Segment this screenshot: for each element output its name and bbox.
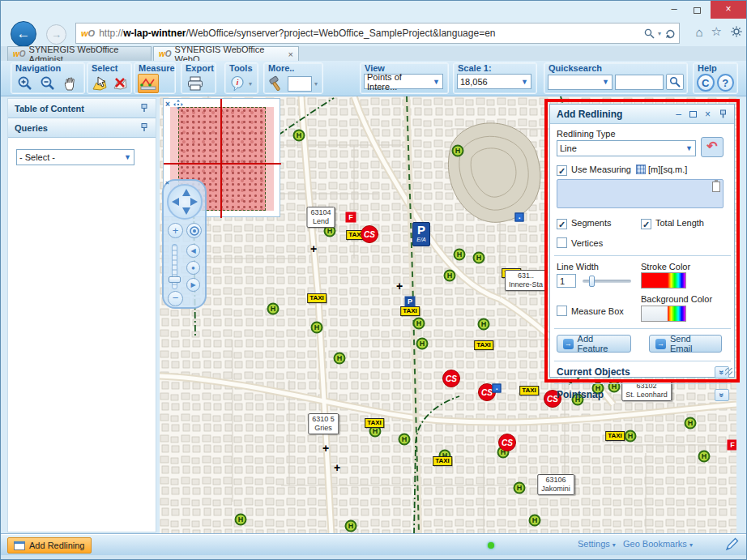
map-marker-h[interactable]: H [625,430,637,442]
full-extent-button[interactable] [186,223,202,238]
line-width-slider-handle[interactable] [589,276,595,287]
pan-east-icon[interactable] [190,198,198,206]
map-marker-church[interactable]: + [322,444,329,452]
zoom-in-widget-button[interactable]: + [168,223,183,238]
window-close-button[interactable]: × [711,1,746,19]
tab-close-icon[interactable]: × [284,49,293,59]
map-marker-cs[interactable]: CS [498,434,516,451]
map-marker-taxi[interactable]: TAXI [400,306,420,316]
prev-extent-button[interactable]: ◀ [186,244,200,258]
zoom-in-button[interactable] [15,74,35,93]
stroke-color-swatch[interactable] [641,272,686,289]
map-marker-cs[interactable]: CS [361,225,378,243]
measure-box-checkbox[interactable]: Measure Box [557,306,624,316]
map-marker-h[interactable]: H [311,322,323,334]
panel-resize-grip[interactable] [725,368,732,375]
map-marker-taxi[interactable]: TAXI [365,418,384,428]
redlining-pen-icon[interactable] [725,537,739,554]
pointsnap-section[interactable]: Pointsnap » [550,385,736,404]
search-dropdown-icon[interactable]: ▾ [658,30,661,37]
map-marker-psmall[interactable]: P [405,297,416,307]
map-navigation-widget[interactable]: × + ◀ ● ▶ − [162,179,207,309]
quicksearch-go-button[interactable] [666,74,684,90]
map-marker-taxi[interactable]: TAXI [605,431,625,441]
tab-weboffice-client[interactable]: wO SYNERGIS WebOffice WebO... × [153,46,299,61]
map-marker-church[interactable]: + [396,282,403,290]
zoom-out-button[interactable] [37,74,58,93]
send-email-button[interactable]: →Send Email [649,335,722,353]
map-marker-pbig[interactable]: PE/A [412,222,430,246]
zoom-slider-handle[interactable] [169,276,181,283]
view-select[interactable]: Points of Intere... ▼ [364,74,443,89]
map-marker-h[interactable]: H [698,451,711,463]
settings-menu[interactable]: Settings ▾ [578,539,616,549]
total-length-checkbox[interactable]: ✓Total Length [641,218,704,229]
table-of-content-header[interactable]: Table of Content [8,99,156,118]
measure-button[interactable] [138,74,159,93]
map-marker-h[interactable]: H [345,520,357,532]
map-marker-bsq[interactable]: ▪ [493,384,502,393]
next-extent-button[interactable]: ▶ [186,278,200,292]
line-width-input[interactable]: 1 [557,274,576,288]
background-color-picker[interactable] [668,306,685,321]
pin-icon[interactable] [139,103,149,114]
use-measuring-checkbox[interactable]: ✓Use Measuring [m][sq.m.] [557,165,687,176]
geo-bookmarks-menu[interactable]: Geo Bookmarks ▾ [623,539,693,549]
map-marker-h[interactable]: H [267,303,280,315]
select-features-button[interactable] [91,74,109,93]
map-marker-church[interactable]: + [310,245,317,253]
extent-history-button[interactable]: ● [186,261,200,275]
stroke-color-picker[interactable] [668,273,685,288]
taskbar-item-add-redlining[interactable]: Add Redlining [7,537,92,554]
more-dropdown-icon[interactable]: ▾ [314,80,318,88]
map-marker-taxi[interactable]: TAXI [519,386,539,395]
zoom-out-widget-button[interactable]: − [168,291,183,306]
map-marker-bsq[interactable]: ▪ [515,213,524,222]
pin-icon[interactable] [139,122,149,134]
map-marker-h[interactable]: H [293,130,305,142]
map-marker-taxi[interactable]: TAXI [307,293,327,303]
segments-checkbox[interactable]: ✓Segments [557,218,612,229]
map-marker-taxi[interactable]: TAXI [433,456,452,466]
tab-weboffice-administrator[interactable]: wO SYNERGIS WebOffice Administ... [7,46,152,61]
map-marker-f[interactable]: F [728,440,737,451]
map-marker-h[interactable]: H [399,434,411,446]
map-marker-h[interactable]: H [444,270,456,282]
info-balloon-button[interactable]: i [228,74,246,93]
refresh-icon[interactable] [664,28,676,39]
quicksearch-input[interactable] [615,75,664,90]
back-button[interactable]: ← [11,21,36,47]
clear-selection-button[interactable] [111,74,129,93]
map-marker-taxi[interactable]: TAXI [474,340,493,350]
measuring-result-box[interactable] [557,179,724,208]
panel-restore-icon[interactable] [689,111,697,118]
undo-button[interactable]: ↶ [701,137,724,157]
map-marker-church[interactable]: + [334,464,340,472]
help-button[interactable]: ? [717,74,735,92]
search-icon[interactable] [644,28,655,39]
expand-chevrons-icon[interactable]: » [715,389,729,401]
map-marker-h[interactable]: H [452,145,464,157]
vertices-checkbox[interactable]: Vertices [557,237,603,248]
home-icon[interactable]: ⌂ [695,25,702,39]
map-marker-h[interactable]: H [413,318,425,330]
pan-north-icon[interactable] [182,189,190,196]
gear-icon[interactable] [730,25,743,38]
print-button[interactable] [185,74,206,93]
panel-close-icon[interactable]: × [705,109,711,120]
overview-move-icon[interactable] [173,100,183,109]
measure-units-icon[interactable] [636,165,646,174]
hammer-icon[interactable] [267,74,285,93]
pan-south-icon[interactable] [182,207,190,215]
favorites-star-icon[interactable]: ☆ [711,24,722,39]
add-feature-button[interactable]: →Add Feature [557,335,631,353]
map-marker-h[interactable]: H [235,514,247,526]
map-marker-cs[interactable]: CS [442,370,460,387]
scale-input[interactable]: 18,056 ▼ [457,74,531,89]
background-color-swatch[interactable] [641,306,686,322]
pan-hand-button[interactable] [61,74,81,93]
map-marker-h[interactable]: H [685,417,697,430]
redlining-type-select[interactable]: Line ▼ [557,140,696,156]
map-marker-h[interactable]: H [334,353,346,365]
queries-header[interactable]: Queries [8,118,156,138]
